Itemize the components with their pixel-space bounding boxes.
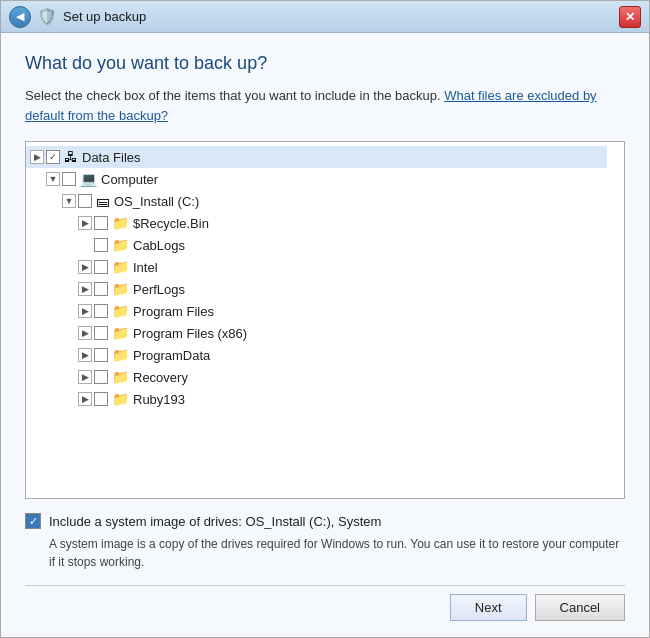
tree-item-computer[interactable]: ▼ 💻 Computer <box>26 168 607 190</box>
label-programdata: ProgramData <box>133 348 210 363</box>
system-image-row: Include a system image of drives: OS_Ins… <box>25 513 625 529</box>
checkbox-data-files[interactable] <box>46 150 60 164</box>
page-description: Select the check box of the items that y… <box>25 86 625 125</box>
expand-recycle-bin[interactable]: ▶ <box>78 216 92 230</box>
checkbox-cablogs[interactable] <box>94 238 108 252</box>
label-computer: Computer <box>101 172 158 187</box>
folder-icon-ruby193: 📁 <box>112 391 129 407</box>
folder-icon-programdata: 📁 <box>112 347 129 363</box>
system-image-label: Include a system image of drives: OS_Ins… <box>49 514 381 529</box>
tree-item-programdata[interactable]: ▶ 📁 ProgramData <box>26 344 607 366</box>
tree-inner: ▶ 🖧 Data Files ▼ 💻 Computer ▼ 🖴 <box>26 142 607 414</box>
drive-icon: 🖴 <box>96 193 110 209</box>
expand-os-install[interactable]: ▼ <box>62 194 76 208</box>
cancel-button[interactable]: Cancel <box>535 594 625 621</box>
system-image-section: Include a system image of drives: OS_Ins… <box>25 513 625 571</box>
backup-icon: 🛡️ <box>37 7 57 26</box>
label-data-files: Data Files <box>82 150 141 165</box>
tree-item-os-install[interactable]: ▼ 🖴 OS_Install (C:) <box>26 190 607 212</box>
folder-icon-recycle: 📁 <box>112 215 129 231</box>
label-perflogs: PerfLogs <box>133 282 185 297</box>
folder-icon-program-files-x86: 📁 <box>112 325 129 341</box>
checkbox-program-files-x86[interactable] <box>94 326 108 340</box>
checkbox-ruby193[interactable] <box>94 392 108 406</box>
expand-perflogs[interactable]: ▶ <box>78 282 92 296</box>
checkbox-os-install[interactable] <box>78 194 92 208</box>
label-intel: Intel <box>133 260 158 275</box>
title-bar-left: ◀ 🛡️ Set up backup <box>9 6 619 28</box>
label-cablogs: CabLogs <box>133 238 185 253</box>
expand-data-files[interactable]: ▶ <box>30 150 44 164</box>
page-title: What do you want to back up? <box>25 53 625 74</box>
title-bar: ◀ 🛡️ Set up backup ✕ <box>1 1 649 33</box>
expand-computer[interactable]: ▼ <box>46 172 60 186</box>
label-program-files-x86: Program Files (x86) <box>133 326 247 341</box>
checkbox-perflogs[interactable] <box>94 282 108 296</box>
expand-programdata[interactable]: ▶ <box>78 348 92 362</box>
system-image-description: A system image is a copy of the drives r… <box>25 535 625 571</box>
network-icon: 🖧 <box>64 149 78 165</box>
tree-item-ruby193[interactable]: ▶ 📁 Ruby193 <box>26 388 607 410</box>
checkbox-computer[interactable] <box>62 172 76 186</box>
label-os-install: OS_Install (C:) <box>114 194 199 209</box>
checkbox-program-files[interactable] <box>94 304 108 318</box>
label-ruby193: Ruby193 <box>133 392 185 407</box>
checkbox-recycle-bin[interactable] <box>94 216 108 230</box>
label-recovery: Recovery <box>133 370 188 385</box>
expand-program-files[interactable]: ▶ <box>78 304 92 318</box>
label-recycle-bin: $Recycle.Bin <box>133 216 209 231</box>
file-tree[interactable]: ▶ 🖧 Data Files ▼ 💻 Computer ▼ 🖴 <box>25 141 625 499</box>
folder-icon-intel: 📁 <box>112 259 129 275</box>
description-text: Select the check box of the items that y… <box>25 88 441 103</box>
checkbox-recovery[interactable] <box>94 370 108 384</box>
folder-icon-program-files: 📁 <box>112 303 129 319</box>
window-title: Set up backup <box>63 9 146 24</box>
expand-intel[interactable]: ▶ <box>78 260 92 274</box>
content-area: What do you want to back up? Select the … <box>1 33 649 637</box>
expand-recovery[interactable]: ▶ <box>78 370 92 384</box>
checkbox-intel[interactable] <box>94 260 108 274</box>
folder-icon-perflogs: 📁 <box>112 281 129 297</box>
tree-item-recycle-bin[interactable]: ▶ 📁 $Recycle.Bin <box>26 212 607 234</box>
close-button[interactable]: ✕ <box>619 6 641 28</box>
back-button[interactable]: ◀ <box>9 6 31 28</box>
tree-item-program-files-x86[interactable]: ▶ 📁 Program Files (x86) <box>26 322 607 344</box>
tree-item-intel[interactable]: ▶ 📁 Intel <box>26 256 607 278</box>
folder-icon-cablogs: 📁 <box>112 237 129 253</box>
tree-item-cablogs[interactable]: 📁 CabLogs <box>26 234 607 256</box>
label-program-files: Program Files <box>133 304 214 319</box>
computer-icon: 💻 <box>80 171 97 187</box>
tree-item-data-files[interactable]: ▶ 🖧 Data Files <box>26 146 607 168</box>
tree-item-program-files[interactable]: ▶ 📁 Program Files <box>26 300 607 322</box>
folder-icon-recovery: 📁 <box>112 369 129 385</box>
checkbox-programdata[interactable] <box>94 348 108 362</box>
tree-item-perflogs[interactable]: ▶ 📁 PerfLogs <box>26 278 607 300</box>
next-button[interactable]: Next <box>450 594 527 621</box>
button-row: Next Cancel <box>25 585 625 621</box>
expand-ruby193[interactable]: ▶ <box>78 392 92 406</box>
system-image-checkbox[interactable] <box>25 513 41 529</box>
expand-program-files-x86[interactable]: ▶ <box>78 326 92 340</box>
main-window: ◀ 🛡️ Set up backup ✕ What do you want to… <box>0 0 650 638</box>
tree-item-recovery[interactable]: ▶ 📁 Recovery <box>26 366 607 388</box>
